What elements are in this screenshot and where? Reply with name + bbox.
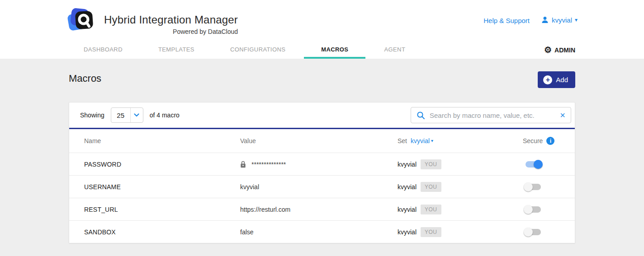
admin-menu[interactable]: ⚙ ADMIN: [544, 46, 575, 54]
you-badge: YOU: [421, 227, 441, 237]
table-row[interactable]: SANDBOX false kvyvial YOU: [69, 220, 575, 243]
macro-value-cell: https://resturl.com: [240, 206, 398, 213]
macro-value: false: [240, 228, 254, 236]
app-header: Hybrid Integration Manager Powered by Da…: [0, 0, 644, 59]
toggle-knob: [524, 205, 533, 214]
column-header-secure: Secure i: [523, 137, 575, 145]
you-badge: YOU: [421, 159, 441, 169]
secure-toggle[interactable]: [524, 228, 543, 237]
set-filter-user-label: kvyvial: [411, 137, 430, 144]
macro-value-cell: **************: [240, 161, 398, 168]
page-title: Macros: [69, 73, 101, 84]
set-by-user: kvyvial: [398, 228, 417, 236]
page-size-select[interactable]: 25: [111, 107, 143, 123]
tab-templates[interactable]: TEMPLATES: [158, 40, 194, 59]
secure-label: Secure: [523, 137, 543, 144]
clear-search-icon[interactable]: ×: [560, 111, 565, 120]
table-row[interactable]: PASSWORD ************** kvyvial YOU: [69, 153, 575, 175]
table-header-row: Name Value Set kvyvial ▾ Secure i: [69, 129, 575, 153]
nav-tabs: DASHBOARD TEMPLATES CONFIGURATIONS MACRO…: [84, 40, 405, 59]
user-menu[interactable]: kvyvial ▾: [541, 16, 578, 24]
add-macro-button[interactable]: + Add: [538, 71, 575, 88]
macros-card: Showing 25 of 4 macro × Name Value Set k…: [69, 102, 575, 243]
lock-icon: [240, 161, 246, 168]
secure-cell: [523, 205, 575, 214]
showing-label: Showing: [80, 112, 104, 119]
user-icon: [541, 16, 549, 24]
column-header-set: Set kvyvial ▾: [398, 137, 523, 144]
app-subtitle: Powered by DataCloud: [104, 28, 238, 35]
macro-set-cell: kvyvial YOU: [398, 182, 523, 192]
macro-count-label: of 4 macro: [150, 112, 180, 119]
search-input[interactable]: [430, 112, 555, 119]
plus-circle-icon: +: [543, 75, 552, 84]
secure-cell: [523, 228, 575, 237]
macro-value-cell: false: [240, 228, 398, 236]
search-box: ×: [411, 107, 571, 123]
secure-toggle[interactable]: [524, 182, 543, 191]
toggle-knob: [524, 182, 533, 191]
column-header-name: Name: [84, 137, 240, 144]
macro-name: PASSWORD: [84, 161, 240, 168]
search-icon: [417, 111, 425, 120]
macro-name: SANDBOX: [84, 228, 240, 236]
secure-cell: [523, 160, 575, 169]
tab-configurations[interactable]: CONFIGURATIONS: [230, 40, 285, 59]
brand-text: Hybrid Integration Manager Powered by Da…: [104, 14, 238, 35]
secure-toggle[interactable]: [524, 160, 543, 169]
chevron-down-icon: ▾: [431, 139, 433, 143]
macro-value: kvyvial: [240, 183, 259, 191]
macro-value: https://resturl.com: [240, 206, 290, 213]
macro-name: USERNAME: [84, 183, 240, 191]
column-header-value: Value: [240, 137, 398, 144]
set-by-user: kvyvial: [398, 206, 417, 213]
secure-toggle[interactable]: [524, 205, 543, 214]
set-label: Set: [398, 137, 407, 144]
page-size-value: 25: [111, 108, 130, 122]
you-badge: YOU: [421, 182, 441, 192]
add-button-label: Add: [556, 76, 568, 84]
macro-set-cell: kvyvial YOU: [398, 227, 523, 237]
info-icon[interactable]: i: [546, 137, 554, 145]
app-title: Hybrid Integration Manager: [104, 14, 238, 26]
chevron-down-icon: [130, 108, 143, 122]
chevron-down-icon: ▾: [575, 17, 578, 23]
admin-label: ADMIN: [554, 47, 575, 54]
macro-set-cell: kvyvial YOU: [398, 159, 523, 169]
secure-cell: [523, 182, 575, 191]
toggle-knob: [524, 228, 533, 237]
macro-set-cell: kvyvial YOU: [398, 205, 523, 214]
table-body: PASSWORD ************** kvyvial YOU USER…: [69, 153, 575, 243]
macro-value-cell: kvyvial: [240, 183, 398, 191]
help-support-link[interactable]: Help & Support: [483, 17, 530, 24]
table-toolbar: Showing 25 of 4 macro ×: [69, 102, 575, 128]
set-user-filter-dropdown[interactable]: kvyvial ▾: [411, 137, 433, 144]
you-badge: YOU: [421, 205, 441, 214]
toggle-knob: [534, 160, 543, 169]
tab-dashboard[interactable]: DASHBOARD: [84, 40, 123, 59]
set-by-user: kvyvial: [398, 183, 417, 191]
user-menu-label: kvyvial: [552, 16, 572, 24]
brand: Hybrid Integration Manager Powered by Da…: [67, 7, 238, 35]
tab-macros[interactable]: MACROS: [321, 40, 348, 59]
set-by-user: kvyvial: [398, 161, 417, 168]
gear-icon: ⚙: [544, 46, 552, 54]
table-row[interactable]: REST_URL https://resturl.com kvyvial YOU: [69, 198, 575, 220]
tab-agent[interactable]: AGENT: [384, 40, 405, 59]
macro-name: REST_URL: [84, 206, 240, 213]
app-logo-icon: [67, 7, 94, 34]
macro-value: **************: [251, 161, 286, 168]
table-row[interactable]: USERNAME kvyvial kvyvial YOU: [69, 175, 575, 198]
